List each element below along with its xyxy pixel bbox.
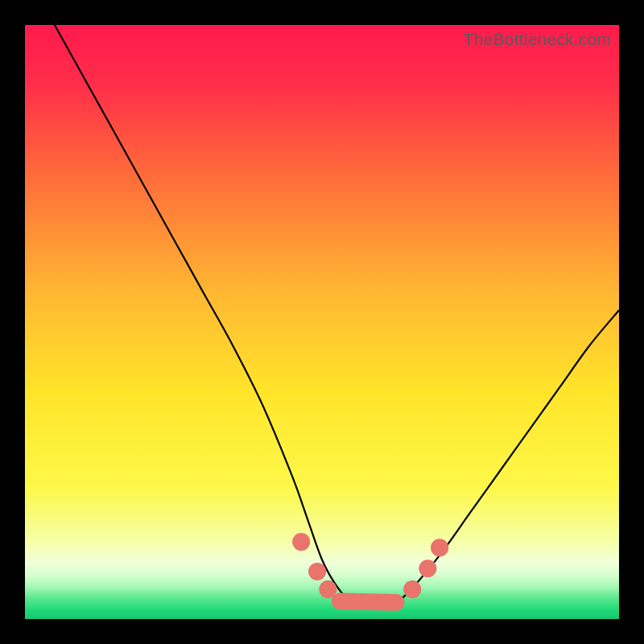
curve-layer — [25, 25, 619, 619]
marker-dot — [308, 563, 326, 580]
watermark-text: TheBottleneck.com — [464, 30, 611, 49]
marker-dot — [292, 533, 310, 551]
chart-frame: TheBottleneck.com — [0, 0, 644, 644]
bottleneck-curve — [55, 25, 619, 605]
marker-dot — [403, 580, 421, 598]
marker-dot — [419, 559, 436, 577]
marker-dot — [431, 539, 448, 556]
marker-capsule — [340, 601, 396, 602]
plot-area: TheBottleneck.com — [25, 25, 619, 619]
